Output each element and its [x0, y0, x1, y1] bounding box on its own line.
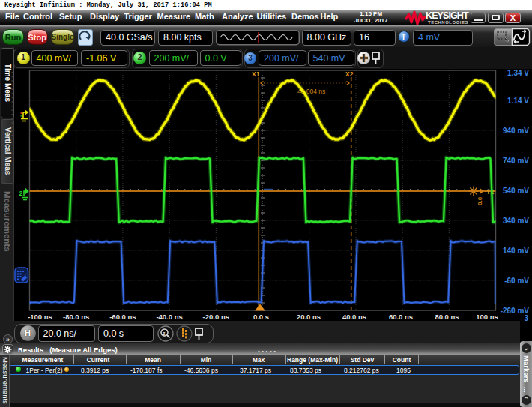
- svg-text:80.0 ns: 80.0 ns: [435, 313, 459, 321]
- svg-text:z: z: [163, 331, 166, 336]
- svg-text:540 mV: 540 mV: [503, 187, 529, 195]
- svg-text:60.0 ns: 60.0 ns: [389, 313, 413, 321]
- svg-text:1.14 V: 1.14 V: [507, 97, 529, 105]
- svg-text:2: 2: [19, 190, 23, 197]
- svg-text:0.0 s: 0.0 s: [253, 313, 269, 321]
- svg-text:KEYSIGHT: KEYSIGHT: [426, 10, 469, 21]
- svg-text:100 ns: 100 ns: [476, 313, 498, 321]
- svg-text:-40.0 ns: -40.0 ns: [156, 313, 182, 321]
- svg-text:140 mV: 140 mV: [503, 247, 529, 255]
- svg-text:940 mV: 940 mV: [503, 127, 529, 135]
- svg-text:1.34 V: 1.34 V: [507, 69, 529, 77]
- svg-text:0.0: 0.0: [477, 196, 483, 205]
- svg-text:40.0 ns: 40.0 ns: [342, 313, 366, 321]
- svg-text:-60 mV: -60 mV: [504, 277, 529, 285]
- svg-text:-100 ns: -100 ns: [28, 313, 52, 321]
- svg-text:-260 mV: -260 mV: [501, 307, 530, 315]
- svg-text:740 mV: 740 mV: [503, 157, 529, 165]
- svg-text:20.0 ns: 20.0 ns: [297, 313, 321, 321]
- svg-text:X2: X2: [345, 70, 354, 78]
- svg-text:-20.0 ns: -20.0 ns: [203, 313, 229, 321]
- svg-text:-60.0 ns: -60.0 ns: [109, 313, 136, 321]
- svg-text:TECHNOLOGIES: TECHNOLOGIES: [428, 20, 468, 25]
- svg-text:X1: X1: [252, 70, 260, 78]
- svg-text:340 mV: 340 mV: [503, 217, 529, 225]
- svg-text:-80.0 ns: -80.0 ns: [63, 313, 89, 321]
- svg-text:3: 3: [524, 314, 528, 321]
